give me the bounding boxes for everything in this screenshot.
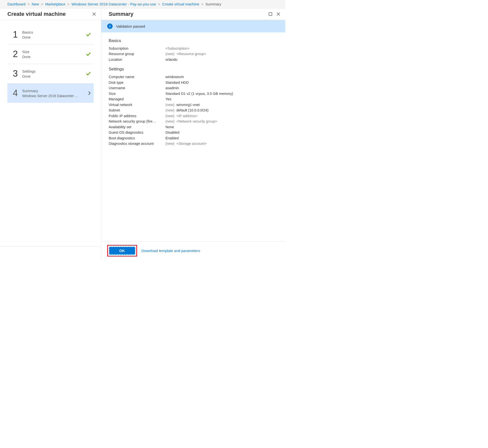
summary-value-text: <Subscription> bbox=[165, 46, 189, 50]
summary-value: (new) <Storage account> bbox=[165, 141, 278, 146]
wizard-step-4[interactable]: 4SummaryWindows Server 2016 Datacenter .… bbox=[7, 84, 94, 103]
summary-body: BasicsSubscription <Subscription>Resourc… bbox=[101, 32, 285, 241]
summary-row: Size Standard D1 v2 (1 vcpus, 3.5 GB mem… bbox=[109, 91, 278, 96]
wizard-step-3[interactable]: 3SettingsDone bbox=[7, 64, 94, 84]
breadcrumb-link[interactable]: Dashboard bbox=[7, 2, 25, 6]
new-tag: (new) bbox=[165, 119, 174, 123]
summary-value-text: orlando bbox=[165, 58, 177, 62]
new-tag: (new) bbox=[165, 103, 174, 107]
step-status: Done bbox=[22, 35, 86, 39]
step-number: 1 bbox=[10, 29, 21, 40]
summary-key: Public IP address bbox=[109, 113, 165, 119]
step-status: Done bbox=[22, 55, 86, 59]
summary-row: Username asadmin bbox=[109, 85, 278, 91]
ok-button[interactable]: OK bbox=[109, 247, 135, 255]
maximize-icon[interactable] bbox=[268, 12, 273, 17]
summary-value-text: None bbox=[165, 125, 174, 129]
section-heading: Settings bbox=[109, 67, 278, 72]
wizard-steps: 1BasicsDone2SizeDone3SettingsDone4Summar… bbox=[0, 20, 101, 108]
breadcrumb-link[interactable]: Windows Server 2016 Datacenter - Pay-as-… bbox=[71, 2, 156, 6]
summary-key: Diagnostics storage account bbox=[109, 141, 165, 146]
checkmark-icon bbox=[86, 71, 91, 76]
breadcrumb-separator: > bbox=[41, 2, 43, 6]
checkmark-icon bbox=[86, 51, 91, 57]
step-status: Done bbox=[22, 74, 86, 78]
step-number: 2 bbox=[10, 49, 21, 59]
breadcrumb-link[interactable]: Marketplace bbox=[45, 2, 65, 6]
summary-value: asadmin bbox=[165, 85, 278, 91]
summary-key: Resource group bbox=[109, 51, 165, 57]
summary-value-text: Yes bbox=[165, 97, 171, 101]
summary-key: Size bbox=[109, 91, 165, 96]
summary-row: Public IP address(new) <IP address> bbox=[109, 113, 278, 119]
wizard-step-2[interactable]: 2SizeDone bbox=[7, 44, 94, 64]
step-number: 4 bbox=[10, 88, 21, 98]
summary-value-text: <Resource group> bbox=[175, 52, 206, 56]
summary-row: Subnet(new) default (10.0.0.0/24) bbox=[109, 107, 278, 113]
summary-key: Computer name bbox=[109, 74, 165, 80]
summary-value-text: Standard HDD bbox=[165, 81, 189, 85]
breadcrumb-separator: > bbox=[158, 2, 160, 6]
summary-value-text: default (10.0.0.0/24) bbox=[175, 108, 208, 112]
breadcrumb-current: Summary bbox=[205, 2, 221, 6]
new-tag: (new) bbox=[165, 52, 174, 56]
summary-key: Subnet bbox=[109, 107, 165, 113]
summary-value: <Subscription> bbox=[165, 46, 278, 51]
breadcrumb-separator: > bbox=[201, 2, 203, 6]
summary-value: windowsvm bbox=[165, 74, 278, 80]
summary-value: (new) <IP address> bbox=[165, 113, 278, 119]
step-title: Summary bbox=[22, 89, 88, 93]
summary-row: Location orlando bbox=[109, 57, 278, 62]
summary-row: Diagnostics storage account(new) <Storag… bbox=[109, 141, 278, 146]
close-icon[interactable] bbox=[276, 12, 281, 17]
section-heading: Basics bbox=[109, 38, 278, 43]
wizard-step-1[interactable]: 1BasicsDone bbox=[7, 25, 94, 44]
summary-key: Network security group (fire… bbox=[109, 119, 165, 124]
summary-value-text: <IP address> bbox=[175, 114, 198, 118]
new-tag: (new) bbox=[165, 114, 174, 118]
summary-value-text: winvmrg1-vnet bbox=[175, 103, 200, 107]
step-text: BasicsDone bbox=[22, 30, 86, 39]
summary-value: Yes bbox=[165, 96, 278, 102]
svg-rect-0 bbox=[269, 13, 272, 16]
step-title: Size bbox=[22, 50, 86, 54]
summary-value: Standard HDD bbox=[165, 80, 278, 85]
breadcrumb-separator: > bbox=[27, 2, 30, 6]
summary-key: Disk type bbox=[109, 80, 165, 85]
step-text: SummaryWindows Server 2016 Datacenter ..… bbox=[22, 89, 88, 98]
summary-value: Disabled bbox=[165, 130, 278, 135]
summary-value: Standard D1 v2 (1 vcpus, 3.5 GB memory) bbox=[165, 91, 278, 96]
summary-row: Computer name windowsvm bbox=[109, 74, 278, 80]
summary-value-text: Disabled bbox=[165, 130, 179, 134]
summary-value: (new) default (10.0.0.0/24) bbox=[165, 107, 278, 113]
summary-key: Availability set bbox=[109, 124, 165, 130]
new-tag: (new) bbox=[165, 108, 174, 112]
validation-message: Validation passed bbox=[116, 24, 145, 28]
summary-value-text: windowsvm bbox=[165, 75, 184, 79]
close-icon[interactable] bbox=[92, 12, 97, 17]
chevron-right-icon bbox=[88, 91, 91, 95]
summary-value-text: <Network security group> bbox=[175, 119, 217, 123]
summary-value: (new) <Resource group> bbox=[165, 51, 278, 57]
right-panel-footer: OK Download template and parameters bbox=[101, 241, 285, 260]
breadcrumb: Dashboard>New>Marketplace>Windows Server… bbox=[0, 0, 285, 8]
breadcrumb-link[interactable]: New bbox=[32, 2, 39, 6]
summary-key: Location bbox=[109, 57, 165, 62]
breadcrumb-link[interactable]: Create virtual machine bbox=[162, 2, 199, 6]
summary-key: Virtual network bbox=[109, 102, 165, 107]
summary-key: Subscription bbox=[109, 46, 165, 51]
step-text: SettingsDone bbox=[22, 69, 86, 78]
right-panel-header: Summary bbox=[101, 8, 285, 20]
summary-value-text: <Storage account> bbox=[175, 142, 207, 146]
left-panel-title: Create virtual machine bbox=[7, 11, 66, 17]
step-status: Windows Server 2016 Datacenter ... bbox=[22, 94, 81, 98]
summary-row: Availability set None bbox=[109, 124, 278, 130]
summary-key: Managed bbox=[109, 96, 165, 102]
summary-row: Network security group (fire…(new) <Netw… bbox=[109, 119, 278, 124]
summary-value-text: asadmin bbox=[165, 86, 179, 90]
step-title: Settings bbox=[22, 69, 86, 73]
summary-row: Disk type Standard HDD bbox=[109, 80, 278, 85]
download-template-link[interactable]: Download template and parameters bbox=[142, 249, 200, 253]
step-title: Basics bbox=[22, 30, 86, 34]
summary-value-text: Enabled bbox=[165, 136, 179, 140]
